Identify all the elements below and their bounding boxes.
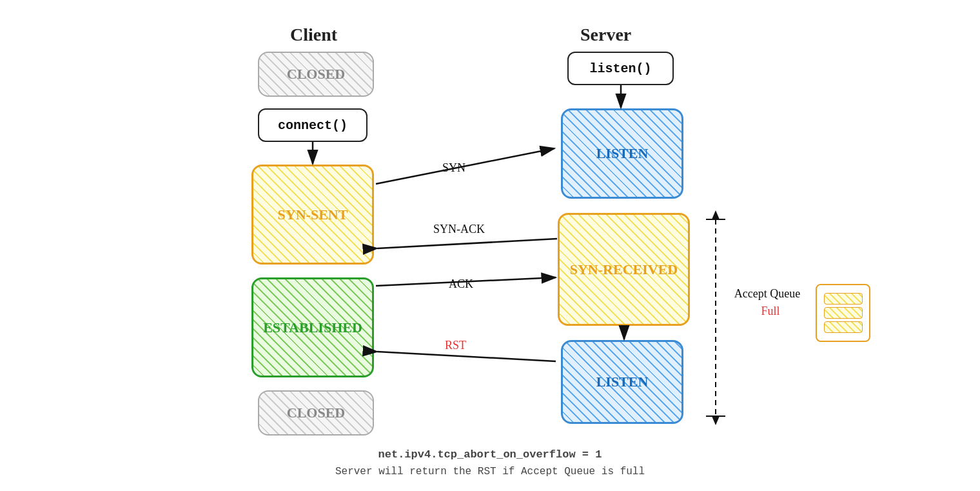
client-closed-bottom: CLOSED xyxy=(258,390,374,436)
svg-line-5 xyxy=(377,239,557,248)
server-listen-bottom: LISTEN xyxy=(561,340,683,424)
rst-label: RST xyxy=(445,339,466,352)
queue-row-3 xyxy=(824,321,863,333)
accept-queue-label: Accept Queue xyxy=(725,287,809,301)
server-listen-top: LISTEN xyxy=(561,108,683,199)
bottom-text-2: Server will return the RST if Accept Que… xyxy=(213,466,767,477)
queue-visual xyxy=(816,284,870,342)
client-established: ESTABLISHED xyxy=(251,277,374,377)
server-header: Server xyxy=(580,25,631,45)
accept-queue-full: Full xyxy=(745,305,796,318)
diagram-container: Client Server CLOSED connect() SYN-SENT … xyxy=(0,0,980,491)
queue-row-2 xyxy=(824,307,863,319)
client-connect: connect() xyxy=(258,108,368,142)
arrows-svg xyxy=(0,0,980,491)
server-listen-func: listen() xyxy=(567,52,674,85)
client-closed-top: CLOSED xyxy=(258,52,374,97)
svg-marker-10 xyxy=(712,210,720,219)
client-header: Client xyxy=(290,25,337,45)
client-syn-sent: SYN-SENT xyxy=(251,165,374,265)
server-syn-received: SYN-RECEIVED xyxy=(558,213,690,326)
bottom-text-1: net.ipv4.tcp_abort_on_overflow = 1 xyxy=(258,448,722,461)
svg-line-7 xyxy=(377,352,556,361)
queue-row-1 xyxy=(824,293,863,305)
svg-marker-11 xyxy=(712,416,720,425)
syn-label: SYN xyxy=(442,161,466,175)
ack-label: ACK xyxy=(449,277,473,291)
syn-ack-label: SYN-ACK xyxy=(433,223,485,236)
